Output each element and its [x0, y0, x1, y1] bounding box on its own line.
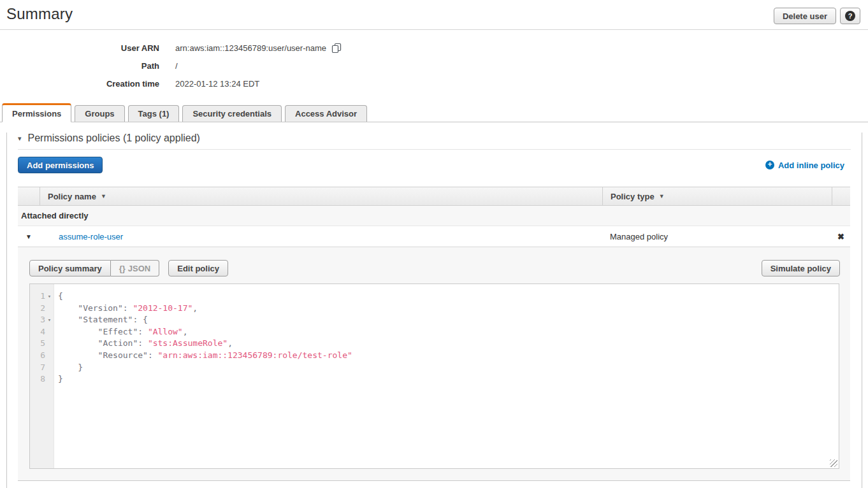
field-value: / [175, 61, 178, 71]
summary-fields: User ARN arn:aws:iam::123456789:user/use… [0, 39, 868, 92]
tab-access-advisor[interactable]: Access Advisor [285, 105, 367, 122]
code-line: } [58, 362, 839, 374]
field-label: User ARN [0, 43, 159, 53]
gutter-line: 1▾ [30, 291, 54, 303]
plus-icon: + [765, 161, 774, 169]
fold-caret-icon[interactable]: ▾ [45, 291, 54, 303]
delete-user-button[interactable]: Delete user [774, 8, 836, 24]
section-divider [18, 149, 851, 150]
detach-policy-icon[interactable]: ✖ [832, 232, 850, 241]
gutter-line: 5 [30, 338, 54, 350]
fold-spacer [45, 338, 54, 350]
policy-type-header-label: Policy type [611, 192, 655, 201]
field-row-creation-time: Creation time 2022-01-12 13:24 EDT [0, 75, 868, 92]
permissions-policies-section-header[interactable]: ▾ Permissions policies (1 policy applied… [18, 133, 851, 144]
help-button[interactable]: ? [840, 8, 860, 24]
add-inline-policy-link[interactable]: + Add inline policy [765, 161, 844, 170]
fold-spacer [45, 362, 54, 374]
editor-resize-handle[interactable] [830, 459, 837, 467]
fold-spacer [45, 303, 54, 315]
path-value: / [175, 61, 178, 71]
header-cell-policy-name[interactable]: Policy name ▼ [40, 187, 602, 205]
top-header: Summary Delete user ? [0, 0, 868, 30]
code-line: "Resource": "arn:aws:iam::123456789:role… [58, 350, 839, 362]
sort-caret-icon: ▼ [659, 193, 665, 199]
field-value: arn:aws:iam::123456789:user/user-name [175, 42, 342, 54]
tab-groups[interactable]: Groups [75, 105, 124, 122]
json-editor[interactable]: 1▾23▾45678 { "Version": "2012-10-17", "S… [29, 283, 839, 469]
group-row-attached-directly: Attached directly [18, 206, 850, 226]
simulate-policy-button[interactable]: Simulate policy [762, 260, 840, 276]
view-toggle-group: Policy summary {} JSON [29, 260, 159, 276]
fold-caret-icon[interactable]: ▾ [45, 314, 54, 326]
policy-detail-area: Policy summary {} JSON Edit policy Simul… [18, 247, 850, 481]
code-line: "Action": "sts:AssumeRole", [58, 338, 839, 350]
policy-detail-toolbar: Policy summary {} JSON Edit policy Simul… [29, 260, 840, 276]
gutter-line: 4 [30, 326, 54, 338]
chevron-down-icon: ▾ [18, 134, 22, 143]
json-editor-gutter: 1▾23▾45678 [30, 284, 54, 468]
add-inline-policy-label: Add inline policy [778, 161, 844, 170]
fold-spacer [45, 373, 54, 385]
header-cell-actions [832, 187, 850, 205]
policy-name-cell: assume-role-user [40, 232, 602, 241]
section-title: Permissions policies (1 policy applied) [28, 133, 200, 144]
policy-summary-button[interactable]: Policy summary [29, 260, 111, 276]
row-expander-icon[interactable]: ▼ [18, 233, 40, 240]
gutter-line: 8 [30, 373, 54, 385]
code-line: "Statement": { [58, 314, 839, 326]
field-value: 2022-01-12 13:24 EDT [175, 79, 259, 89]
code-line: "Effect": "Allow", [58, 326, 839, 338]
policy-type-cell: Managed policy [602, 232, 832, 241]
gutter-line: 7 [30, 362, 54, 374]
gutter-line: 2 [30, 303, 54, 315]
policy-link[interactable]: assume-role-user [59, 232, 123, 241]
field-row-path: Path / [0, 57, 868, 75]
code-line: { [58, 291, 839, 303]
tab-tags[interactable]: Tags (1) [128, 105, 180, 122]
code-line: } [58, 373, 839, 385]
braces-icon: {} [119, 264, 126, 273]
tab-content-container: ▾ Permissions policies (1 policy applied… [6, 133, 862, 488]
json-editor-code[interactable]: { "Version": "2012-10-17", "Statement": … [54, 284, 839, 468]
header-cell-expander [18, 187, 40, 205]
json-button-label: JSON [128, 264, 150, 273]
fold-spacer [45, 326, 54, 338]
policy-name-header-label: Policy name [48, 192, 96, 201]
fold-spacer [45, 350, 54, 362]
json-view-button[interactable]: {} JSON [111, 260, 160, 276]
copy-icon[interactable] [331, 43, 342, 54]
page-title: Summary [6, 5, 73, 23]
table-row: ▼ assume-role-user Managed policy ✖ [18, 226, 850, 247]
tabbar: Permissions Groups Tags (1) Security cre… [0, 103, 868, 122]
field-row-user-arn: User ARN arn:aws:iam::123456789:user/use… [0, 39, 868, 57]
user-arn-value: arn:aws:iam::123456789:user/user-name [175, 43, 326, 53]
add-permissions-button[interactable]: Add permissions [18, 157, 103, 173]
tab-security-credentials[interactable]: Security credentials [182, 105, 282, 122]
policy-table: Policy name ▼ Policy type ▼ Attached dir… [18, 187, 850, 481]
creation-time-value: 2022-01-12 13:24 EDT [175, 79, 259, 89]
field-label: Path [0, 61, 159, 71]
gutter-line: 3▾ [30, 314, 54, 326]
sort-caret-icon: ▼ [101, 193, 106, 199]
edit-policy-button[interactable]: Edit policy [168, 260, 228, 276]
table-header-row: Policy name ▼ Policy type ▼ [18, 187, 850, 206]
header-actions: Delete user ? [774, 8, 860, 24]
gutter-line: 6 [30, 350, 54, 362]
tab-permissions[interactable]: Permissions [2, 103, 71, 122]
help-icon: ? [845, 11, 855, 21]
field-label: Creation time [0, 79, 159, 89]
policy-actions-row: Add permissions + Add inline policy [18, 157, 851, 173]
header-cell-policy-type[interactable]: Policy type ▼ [602, 187, 832, 205]
code-line: "Version": "2012-10-17", [58, 303, 839, 315]
